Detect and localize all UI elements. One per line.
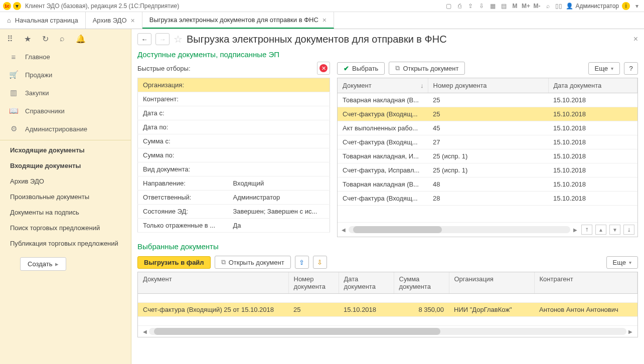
scroll-right-icon[interactable]: ▶	[572, 227, 578, 233]
filter-row[interactable]: Контрагент:	[138, 92, 330, 106]
col-org[interactable]: Организация	[449, 272, 534, 294]
nav-purchases[interactable]: ▥Закупки	[0, 84, 131, 102]
nav-down-button[interactable]: ▼	[609, 225, 620, 235]
tab-export[interactable]: Выгрузка электронных документов для отпр…	[142, 12, 334, 29]
col-num[interactable]: Номер документа	[288, 272, 339, 294]
nav-first-button[interactable]: ⤒	[581, 225, 592, 235]
col-doc[interactable]: Документ↓	[338, 78, 428, 93]
back-button[interactable]: ←	[137, 33, 151, 45]
move-down-button[interactable]: ⇩	[313, 256, 327, 269]
mplus-button[interactable]: M+	[522, 2, 530, 10]
tool-icon[interactable]: ⇪	[466, 2, 474, 10]
nav-incoming[interactable]: Входящие документы	[0, 158, 131, 173]
filter-row[interactable]: Сумма с:	[138, 134, 330, 148]
nav-outgoing[interactable]: Исходящие документы	[0, 142, 131, 158]
export-button[interactable]: Выгрузить в файл	[137, 256, 211, 269]
filter-row[interactable]: Только отраженные в ...Да	[138, 219, 330, 233]
filter-value[interactable]: Администратор	[228, 191, 330, 205]
forward-button[interactable]: →	[155, 33, 170, 45]
filter-value[interactable]	[228, 106, 330, 120]
filter-row[interactable]: Сумма по:	[138, 148, 330, 162]
filter-value[interactable]	[228, 162, 330, 176]
filter-row[interactable]: Состояние ЭД:Завершен; Завершен с ис...	[138, 205, 330, 219]
close-icon[interactable]: ×	[131, 17, 135, 25]
info-icon[interactable]: i	[622, 2, 630, 10]
filter-row[interactable]: Организация:	[138, 78, 330, 92]
scroll-right-icon[interactable]: ▶	[626, 329, 634, 334]
table-row[interactable]: Счет-фактура, Исправл...25 (испр. 1)15.1…	[338, 163, 637, 177]
nav-refs[interactable]: 📖Справочники	[0, 102, 131, 120]
panels-icon[interactable]: ▯▯	[555, 2, 563, 10]
nav-up-button[interactable]: ▲	[595, 225, 606, 235]
history-icon[interactable]: ↻	[42, 34, 49, 44]
filter-value[interactable]	[228, 134, 330, 148]
nav-arbitrary[interactable]: Произвольные документы	[0, 189, 131, 205]
table-row[interactable]: Счет-фактура (Входящий) 25 от 15.10.2018…	[138, 303, 637, 317]
star-icon[interactable]: ★	[24, 34, 31, 44]
scroll-left-icon[interactable]: ◀	[141, 329, 149, 334]
filter-row[interactable]: Дата с:	[138, 106, 330, 120]
nav-pub-offers[interactable]: Публикация торговых предложений	[0, 236, 131, 251]
menu-chevron-icon[interactable]: ▾	[633, 2, 641, 10]
scroll-left-icon[interactable]: ◀	[341, 227, 347, 233]
filter-value[interactable]	[228, 120, 330, 134]
user-menu[interactable]: 👤 Администратор	[566, 3, 619, 10]
calc-icon[interactable]: ▦	[489, 2, 497, 10]
help-button[interactable]: ?	[624, 62, 638, 75]
move-up-button[interactable]: ⇧	[295, 256, 309, 269]
filter-value[interactable]	[228, 92, 330, 106]
col-date[interactable]: Дата документа	[339, 272, 394, 294]
col-doc[interactable]: Документ	[138, 272, 288, 294]
m-button[interactable]: M	[511, 2, 519, 10]
filter-row[interactable]: Направление:Входящий	[138, 176, 330, 191]
more-button[interactable]: Еще	[606, 256, 638, 269]
nav-archive-edo[interactable]: Архив ЭДО	[0, 173, 131, 189]
table-row[interactable]: Товарная накладная (В...4815.10.2018	[338, 177, 637, 192]
table-row[interactable]: Товарная накладная (В...2515.10.2018	[338, 93, 637, 107]
create-button[interactable]: Создать▸	[20, 257, 66, 271]
favorite-icon[interactable]: ☆	[174, 33, 183, 45]
filter-row[interactable]: Дата по:	[138, 120, 330, 134]
table-row[interactable]: Счет-фактура (Входящ...2715.10.2018	[338, 135, 637, 149]
select-button[interactable]: ✔Выбрать	[337, 62, 385, 75]
filter-row[interactable]: Ответственный:Администратор	[138, 191, 330, 205]
print-icon[interactable]: ⎙	[455, 2, 463, 10]
h-scrollbar[interactable]	[149, 328, 626, 335]
tab-home[interactable]: ⌂ Начальная страница	[0, 12, 86, 29]
open-doc-button[interactable]: ⧉Открыть документ	[389, 62, 465, 75]
col-contr[interactable]: Контрагент	[534, 272, 637, 294]
search-icon[interactable]: ⌕	[60, 34, 65, 43]
dropdown-icon[interactable]: ▾	[13, 2, 21, 10]
filter-value[interactable]: Входящий	[228, 176, 330, 191]
bell-icon[interactable]: 🔔	[76, 34, 86, 44]
toolbar-icon[interactable]: ▢	[444, 2, 452, 10]
filter-value[interactable]: Завершен; Завершен с ис...	[228, 205, 330, 219]
col-sum[interactable]: Сумма документа	[394, 272, 449, 294]
tab-archive[interactable]: Архив ЭДО ×	[86, 12, 142, 29]
tool-icon[interactable]: ⇩	[477, 2, 486, 10]
filter-value[interactable]	[228, 148, 330, 162]
col-date[interactable]: Дата документа	[548, 78, 637, 93]
filter-value[interactable]: Да	[228, 219, 330, 233]
table-row[interactable]: Счет-фактура (Входящ...2815.10.2018	[338, 192, 637, 206]
filter-row[interactable]: Вид документа:	[138, 162, 330, 176]
more-button[interactable]: Еще	[588, 62, 620, 75]
calendar-icon[interactable]: ▤	[500, 2, 508, 10]
h-scrollbar[interactable]	[349, 226, 570, 233]
table-row[interactable]: Товарная накладная, И...25 (испр. 1)15.1…	[338, 149, 637, 163]
table-row[interactable]: Счет-фактура (Входящ...2515.10.2018	[338, 107, 637, 121]
nav-last-button[interactable]: ⤓	[623, 225, 634, 235]
zoom-icon[interactable]: ⌕	[544, 2, 552, 10]
nav-main[interactable]: ≡Главное	[0, 48, 131, 66]
filter-value[interactable]	[228, 78, 330, 92]
close-icon[interactable]: ×	[323, 16, 327, 24]
mminus-button[interactable]: M-	[533, 2, 541, 10]
nav-tosign[interactable]: Документы на подпись	[0, 205, 131, 220]
col-num[interactable]: Номер документа	[428, 78, 548, 93]
apps-icon[interactable]: ⠿	[7, 34, 13, 44]
open-doc-button[interactable]: ⧉Открыть документ	[215, 256, 291, 269]
nav-search-offers[interactable]: Поиск торговых предложений	[0, 220, 131, 236]
clear-filters-button[interactable]: ✕	[317, 62, 330, 75]
close-page-icon[interactable]: ×	[633, 35, 638, 44]
nav-sales[interactable]: 🛒Продажи	[0, 66, 131, 84]
